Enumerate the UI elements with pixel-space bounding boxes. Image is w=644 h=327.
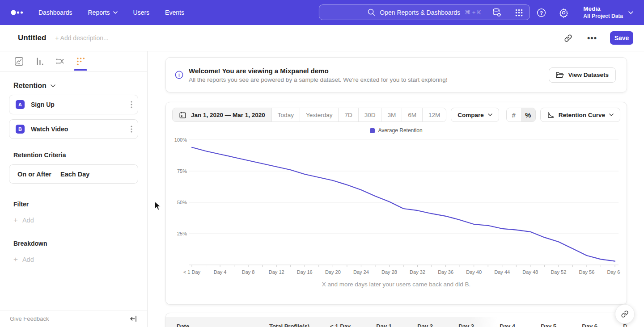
preset-3m[interactable]: 3M <box>381 108 402 122</box>
filter-title: Filter <box>13 201 138 208</box>
step-options-kebab-icon[interactable] <box>131 126 132 133</box>
nav-users[interactable]: Users <box>133 9 150 16</box>
retention-criteria-title: Retention Criteria <box>13 151 138 159</box>
svg-text:Day 44: Day 44 <box>494 269 510 275</box>
criteria-interval-dropdown[interactable]: Each Day <box>60 171 89 178</box>
svg-text:50%: 50% <box>177 200 187 205</box>
plus-icon: + <box>13 256 18 263</box>
chevron-down-icon <box>51 84 55 88</box>
add-breakdown-button[interactable]: + Add <box>13 256 138 263</box>
banner-title: Welcome! You are viewing a Mixpanel demo <box>189 67 448 75</box>
tab-flows[interactable] <box>55 53 65 71</box>
preset-7d[interactable]: 7D <box>338 108 358 122</box>
project-data-scope: All Project Data <box>583 13 623 20</box>
search-placeholder: Open Reports & Dashboards <box>380 9 460 16</box>
sidebar-footer: Give Feedback <box>0 310 147 327</box>
chevron-down-icon <box>488 113 492 116</box>
chart-controls: Jan 1, 2020 — Mar 1, 2020 Today Yesterda… <box>172 108 620 122</box>
nav-reports[interactable]: Reports <box>88 9 118 16</box>
breakdown-title: Breakdown <box>13 240 138 247</box>
main-nav: Dashboards Reports Users Events <box>38 9 184 16</box>
chart-caption: X and more days later your users came ba… <box>172 281 620 288</box>
tab-insights[interactable] <box>13 53 24 71</box>
insights-icon <box>14 56 24 67</box>
preset-today[interactable]: Today <box>271 108 300 122</box>
svg-text:Day 12: Day 12 <box>269 269 284 275</box>
svg-text:Day 8: Day 8 <box>242 269 255 275</box>
col-lt-1-day[interactable]: < 1 Day <box>318 323 360 327</box>
project-name: Media <box>583 5 623 13</box>
svg-text:Day 60: Day 60 <box>607 269 620 275</box>
step-options-kebab-icon[interactable] <box>131 101 132 108</box>
retention-line-chart[interactable]: 100%75%50%25%< 1 DayDay 4Day 8Day 12Day … <box>172 134 620 279</box>
nav-dashboards[interactable]: Dashboards <box>38 9 72 16</box>
chart-legend[interactable]: Average Retention <box>172 127 620 134</box>
legend-label: Average Retention <box>378 127 422 134</box>
date-range-picker[interactable]: Jan 1, 2020 — Mar 1, 2020 <box>173 108 271 122</box>
nav-events[interactable]: Events <box>165 9 184 16</box>
col-date[interactable]: Date <box>166 323 251 327</box>
col-total-profiles[interactable]: Total Profile(s) <box>251 323 318 327</box>
report-type-dropdown[interactable]: Retention <box>13 82 138 90</box>
col-day-6[interactable]: Day 6 <box>565 323 606 327</box>
retention-curve-icon <box>547 111 555 119</box>
more-options-button[interactable]: ••• <box>586 32 598 44</box>
tab-funnels[interactable] <box>34 53 45 71</box>
svg-text:Day 56: Day 56 <box>579 269 595 275</box>
mixpanel-logo-icon[interactable] <box>11 10 23 15</box>
svg-text:100%: 100% <box>174 137 187 143</box>
svg-text:Day 28: Day 28 <box>381 269 397 275</box>
retention-chart-card: Jan 1, 2020 — Mar 1, 2020 Today Yesterda… <box>165 102 627 305</box>
help-icon[interactable]: ? <box>536 7 547 18</box>
step-badge-a: A <box>16 100 25 109</box>
col-day-4[interactable]: Day 4 <box>483 323 524 327</box>
settings-gear-icon[interactable] <box>558 7 569 18</box>
flows-icon <box>55 56 65 67</box>
col-day-3[interactable]: Day 3 <box>442 323 483 327</box>
step-badge-b: B <box>16 125 25 134</box>
search-icon <box>368 8 375 16</box>
percent-toggle[interactable]: % <box>521 108 535 122</box>
compare-dropdown[interactable]: Compare <box>451 108 499 122</box>
svg-text:Day 20: Day 20 <box>325 269 341 275</box>
copy-link-icon[interactable] <box>562 32 574 44</box>
step-event-name: Sign Up <box>31 101 55 108</box>
svg-text:Day 48: Day 48 <box>522 269 538 275</box>
svg-text:< 1 Day: < 1 Day <box>183 269 201 275</box>
top-nav: Dashboards Reports Users Events Open Rep… <box>0 0 644 25</box>
chevron-down-icon <box>628 11 633 14</box>
retention-icon <box>76 56 86 67</box>
criteria-type-dropdown[interactable]: On or After <box>17 171 51 178</box>
chart-type-dropdown[interactable]: Retention Curve <box>540 108 620 122</box>
report-title[interactable]: Untitled <box>18 34 46 42</box>
funnels-icon <box>34 56 45 67</box>
info-icon <box>175 71 183 79</box>
share-link-floating-button[interactable] <box>615 304 635 324</box>
preset-yesterday[interactable]: Yesterday <box>300 108 339 122</box>
col-day-5[interactable]: Day 5 <box>524 323 565 327</box>
give-feedback-link[interactable]: Give Feedback <box>10 315 49 322</box>
view-datasets-button[interactable]: View Datasets <box>549 67 616 83</box>
absolute-counts-toggle[interactable]: # <box>507 108 521 122</box>
save-button[interactable]: Save <box>610 31 633 45</box>
step-card-a[interactable]: A Sign Up <box>9 95 138 114</box>
retention-table-card: Date Total Profile(s) < 1 Day Day 1 Day … <box>165 313 627 327</box>
project-switcher[interactable]: Media All Project Data <box>583 5 633 20</box>
col-day-1[interactable]: Day 1 <box>360 323 401 327</box>
add-filter-button[interactable]: + Add <box>13 217 138 224</box>
preset-12m[interactable]: 12M <box>422 108 446 122</box>
svg-text:Day 40: Day 40 <box>466 269 482 275</box>
tab-retention[interactable] <box>75 53 86 71</box>
step-card-b[interactable]: B Watch Video <box>9 119 138 139</box>
svg-text:Day 4: Day 4 <box>214 269 227 275</box>
report-type-tabs <box>0 51 147 72</box>
global-search-input[interactable]: Open Reports & Dashboards ⌘ + K <box>319 4 530 20</box>
svg-text:25%: 25% <box>177 231 187 236</box>
preset-30d[interactable]: 30D <box>358 108 381 122</box>
collapse-sidebar-icon[interactable] <box>130 315 137 323</box>
add-description-field[interactable]: + Add description... <box>55 34 108 42</box>
step-event-name: Watch Video <box>31 126 68 133</box>
svg-text:Day 16: Day 16 <box>297 269 313 275</box>
preset-6m[interactable]: 6M <box>402 108 422 122</box>
col-day-2[interactable]: Day 2 <box>401 323 442 327</box>
